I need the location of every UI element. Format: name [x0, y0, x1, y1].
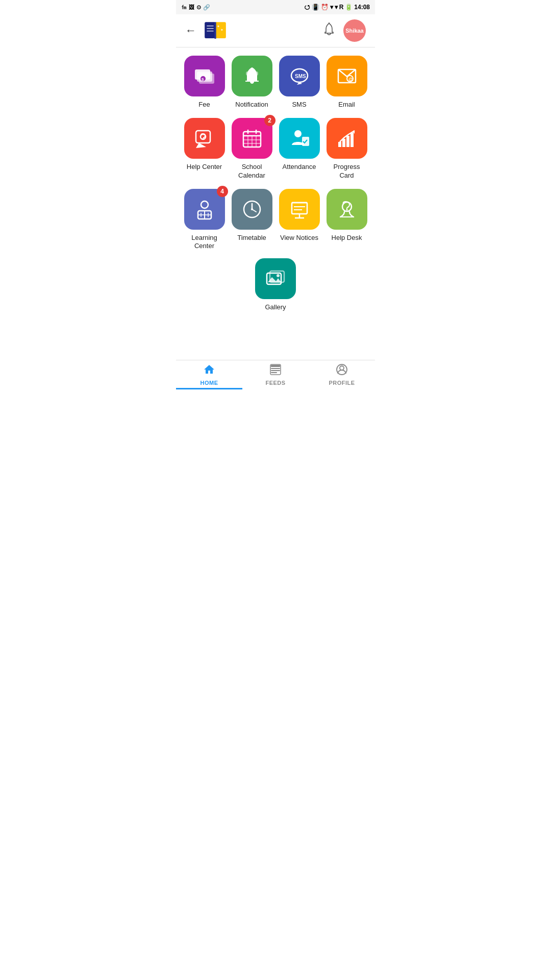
svg-text:$: $	[202, 77, 204, 82]
attendance-icon	[288, 127, 311, 150]
fee-icon-box: $	[184, 56, 225, 96]
svg-rect-65	[271, 370, 280, 371]
timetable-icon-box	[232, 189, 272, 230]
sms-icon: SMS	[288, 64, 311, 88]
time-display: 14:08	[354, 4, 370, 11]
school-calendar-icon-box: 2	[232, 118, 272, 159]
sms-icon-box: SMS	[279, 56, 320, 96]
home-icon	[203, 363, 215, 379]
gallery-label: Gallery	[265, 303, 286, 311]
home-label: HOME	[201, 380, 218, 386]
progress-card-icon-box	[327, 118, 367, 159]
link-icon: 🔗	[203, 4, 210, 11]
status-right-icons: ⭯ 📳 ⏰ ▾ ▾ R 🔋 14:08	[304, 4, 370, 11]
signal-icon: ▾	[335, 4, 338, 11]
svg-marker-23	[196, 143, 206, 148]
svg-point-58	[346, 209, 347, 210]
attendance-item[interactable]: Attendance	[278, 118, 320, 180]
timetable-icon	[240, 198, 264, 221]
svg-rect-38	[350, 133, 354, 147]
svg-rect-64	[271, 368, 280, 369]
svg-rect-66	[271, 372, 277, 373]
svg-rect-37	[346, 136, 349, 147]
svg-rect-20	[196, 131, 210, 143]
learning-center-item[interactable]: 4 Learning Center	[183, 189, 226, 251]
email-label: Email	[338, 101, 355, 109]
svg-point-33	[294, 130, 302, 137]
nav-home[interactable]: HOME	[176, 360, 242, 389]
status-bar: ㎙ 🖼 ⊙ 🔗 ⭯ 📳 ⏰ ▾ ▾ R 🔋 14:08	[176, 0, 375, 14]
school-calendar-icon	[240, 127, 264, 150]
attendance-label: Attendance	[283, 163, 316, 171]
email-icon-box: @	[327, 56, 367, 96]
main-grid: $ Fee Notification SMS SMS	[176, 47, 375, 258]
feeds-icon	[269, 363, 282, 379]
help-center-icon-box	[184, 118, 225, 159]
notification-icon-box	[232, 56, 272, 96]
svg-text:@: @	[348, 77, 353, 82]
user-avatar[interactable]: Shikaa	[343, 19, 366, 42]
help-center-icon	[193, 127, 216, 150]
notification-item[interactable]: Notification	[231, 56, 273, 109]
svg-point-12	[246, 71, 249, 76]
view-notices-item[interactable]: View Notices	[278, 189, 320, 251]
header: ← ✦ ✦ Shikaa	[176, 14, 375, 47]
svg-rect-63	[271, 365, 280, 367]
fee-label: Fee	[198, 101, 210, 109]
learning-center-icon	[193, 198, 216, 221]
progress-card-label: Progress Card	[325, 163, 368, 180]
learning-center-label: Learning Center	[183, 234, 226, 251]
sms-item[interactable]: SMS SMS	[278, 56, 320, 109]
profile-icon	[336, 363, 348, 379]
gallery-item[interactable]: Gallery	[250, 258, 301, 311]
help-desk-label: Help Desk	[332, 234, 362, 242]
svg-point-62	[277, 274, 280, 277]
email-icon: @	[335, 64, 359, 88]
svg-text:SMS: SMS	[295, 74, 306, 79]
learning-center-badge: 4	[217, 186, 228, 197]
fee-item[interactable]: $ Fee	[183, 56, 226, 109]
help-center-label: Help Center	[187, 163, 222, 171]
feeds-label: FEEDS	[265, 380, 285, 386]
nav-active-indicator	[176, 388, 242, 389]
school-calendar-label: School Calendar	[231, 163, 273, 180]
status-left-icons: ㎙ 🖼 ⊙ 🔗	[181, 4, 210, 11]
help-desk-icon	[335, 198, 359, 221]
svg-rect-50	[292, 203, 307, 214]
wifi-icon: ▾	[330, 4, 333, 11]
vibrate-icon: 📳	[312, 4, 319, 11]
nav-feeds[interactable]: FEEDS	[242, 360, 309, 389]
header-right: Shikaa	[322, 19, 366, 42]
svg-rect-35	[338, 142, 341, 147]
notification-label: Notification	[235, 101, 268, 109]
attendance-icon-box	[279, 118, 320, 159]
bluetooth-icon: ⭯	[304, 4, 310, 11]
help-desk-item[interactable]: Help Desk	[325, 189, 368, 251]
app-logo: ✦ ✦	[203, 20, 228, 41]
gallery-row: Gallery	[176, 258, 375, 324]
school-calendar-item[interactable]: 2 School Calendar	[231, 118, 273, 180]
back-button[interactable]: ←	[185, 24, 196, 37]
svg-point-13	[255, 71, 258, 76]
timetable-item[interactable]: Timetable	[231, 189, 273, 251]
svg-rect-0	[214, 22, 216, 38]
svg-point-49	[251, 208, 253, 210]
progress-card-icon	[335, 127, 359, 150]
svg-rect-36	[342, 139, 345, 147]
notification-bell-icon[interactable]	[322, 22, 336, 40]
svg-text:✦: ✦	[220, 28, 223, 32]
email-item[interactable]: @ Email	[325, 56, 368, 109]
nav-profile[interactable]: PROFILE	[309, 360, 375, 389]
r-label: R	[339, 4, 344, 11]
progress-card-item[interactable]: Progress Card	[325, 118, 368, 180]
alarm-icon: ⏰	[321, 4, 329, 11]
notification-icon	[240, 64, 264, 88]
header-left: ← ✦ ✦	[185, 20, 228, 41]
gallery-icon-box	[255, 258, 296, 299]
help-center-item[interactable]: Help Center	[183, 118, 226, 180]
view-notices-label: View Notices	[280, 234, 318, 242]
sms-label: SMS	[292, 101, 306, 109]
school-calendar-badge: 2	[264, 115, 276, 126]
timetable-label: Timetable	[237, 234, 266, 242]
bottom-nav: HOME FEEDS PROFILE	[176, 360, 375, 389]
